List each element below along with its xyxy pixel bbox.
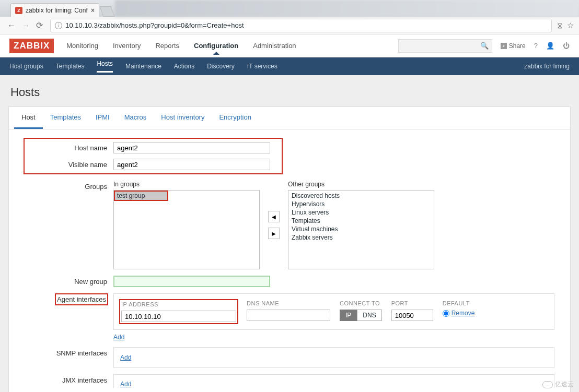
connect-ip-button[interactable]: IP — [340, 310, 357, 321]
address-bar[interactable]: i 10.10.10.3/zabbix/hosts.php?groupid=0&… — [50, 19, 552, 32]
subnav-hosts[interactable]: Hosts — [97, 60, 113, 73]
tab-templates[interactable]: Templates — [43, 107, 88, 129]
zabbix-app: ZABBIX Monitoring Inventory Reports Conf… — [0, 34, 579, 392]
share-button[interactable]: zShare — [501, 42, 526, 50]
reload-icon[interactable]: ⟳ — [36, 21, 43, 30]
sub-nav: Host groups Templates Hosts Maintenance … — [0, 57, 579, 75]
connect-dns-button[interactable]: DNS — [357, 310, 381, 321]
dns-name-input[interactable] — [247, 310, 330, 321]
new-tab-button[interactable] — [99, 6, 114, 17]
user-icon[interactable]: 👤 — [546, 42, 554, 50]
default-radio[interactable] — [443, 310, 449, 317]
power-icon[interactable]: ⏻ — [563, 42, 570, 50]
other-group-item[interactable]: Zabbix servers — [290, 233, 433, 242]
zabbix-logo: ZABBIX — [9, 39, 54, 53]
info-icon[interactable]: i — [55, 22, 62, 29]
in-groups-listbox[interactable]: test group — [113, 190, 260, 269]
bookmark-icon[interactable]: ☆ — [567, 21, 574, 30]
watermark-icon — [542, 381, 553, 388]
other-group-item[interactable]: Templates — [290, 217, 433, 225]
nav-configuration[interactable]: Configuration — [194, 42, 238, 50]
move-right-button[interactable]: ▶ — [268, 228, 280, 239]
visible-name-input[interactable] — [113, 159, 270, 170]
jmx-interfaces-label: JMX interfaces — [25, 374, 113, 384]
subnav-actions[interactable]: Actions — [174, 63, 194, 70]
subnav-templates[interactable]: Templates — [56, 63, 85, 70]
tab-title: zabbix for liming: Conf — [26, 7, 88, 14]
ip-address-label: IP ADDRESS — [121, 301, 236, 307]
nav-reports[interactable]: Reports — [155, 42, 179, 50]
port-label: PORT — [391, 300, 433, 306]
in-groups-label: In groups — [113, 181, 260, 188]
move-left-button[interactable]: ◀ — [268, 211, 280, 222]
search-input[interactable]: 🔍 — [398, 39, 492, 53]
other-groups-label: Other groups — [288, 181, 434, 188]
in-group-item[interactable]: test group — [115, 192, 167, 200]
snmp-interface-block: Add — [113, 347, 554, 368]
dns-name-label: DNS NAME — [247, 300, 330, 306]
browser-tabs: Z zabbix for liming: Conf × — [0, 0, 579, 17]
browser-tab[interactable]: Z zabbix for liming: Conf × — [10, 3, 99, 17]
other-groups-listbox[interactable]: Discovered hosts Hypervisors Linux serve… — [288, 190, 434, 269]
default-label: DEFAULT — [443, 300, 475, 306]
forward-icon[interactable]: → — [22, 21, 30, 30]
back-icon[interactable]: ← — [7, 21, 16, 30]
server-name: zabbix for liming — [524, 63, 570, 70]
other-group-item[interactable]: Virtual machines — [290, 225, 433, 233]
tab-host-inventory[interactable]: Host inventory — [154, 107, 212, 129]
add-snmp-link[interactable]: Add — [120, 354, 131, 361]
nav-inventory[interactable]: Inventory — [113, 42, 141, 50]
other-group-item[interactable]: Hypervisors — [290, 200, 433, 208]
host-name-label: Host name — [25, 142, 113, 152]
tab-host[interactable]: Host — [14, 107, 43, 129]
ip-address-input[interactable] — [121, 311, 236, 322]
nav-administration[interactable]: Administration — [253, 42, 296, 50]
zabbix-favicon: Z — [15, 7, 22, 14]
subnav-discovery[interactable]: Discovery — [207, 63, 235, 70]
nav-monitoring[interactable]: Monitoring — [66, 42, 98, 50]
port-input[interactable] — [391, 310, 433, 321]
close-icon[interactable]: × — [91, 7, 95, 14]
agent-interface-block: IP ADDRESS DNS NAME CONNECT TO IP — [113, 293, 554, 330]
help-icon[interactable]: ? — [534, 42, 538, 50]
primary-nav: Monitoring Inventory Reports Configurati… — [66, 42, 296, 50]
subnav-host-groups[interactable]: Host groups — [9, 63, 43, 70]
new-group-input[interactable] — [113, 276, 270, 287]
tab-ipmi[interactable]: IPMI — [88, 107, 117, 129]
connect-to-label: CONNECT TO — [340, 300, 382, 306]
page-title: Hosts — [10, 86, 569, 99]
agent-interfaces-label: Agent interfaces — [56, 294, 107, 304]
add-agent-link[interactable]: Add — [113, 334, 124, 341]
host-name-input[interactable] — [113, 142, 270, 153]
search-icon: 🔍 — [480, 42, 489, 50]
add-jmx-link[interactable]: Add — [120, 381, 131, 388]
visible-name-label: Visible name — [25, 159, 113, 169]
other-group-item[interactable]: Linux servers — [290, 208, 433, 217]
groups-label: Groups — [25, 181, 113, 191]
tab-macros[interactable]: Macros — [117, 107, 154, 129]
translate-icon[interactable]: ⧖ — [557, 21, 563, 30]
tab-encryption[interactable]: Encryption — [212, 107, 258, 129]
subnav-it-services[interactable]: IT services — [247, 63, 277, 70]
snmp-interfaces-label: SNMP interfaces — [25, 347, 113, 357]
other-group-item[interactable]: Discovered hosts — [290, 192, 433, 200]
host-panel: Host Templates IPMI Macros Host inventor… — [8, 106, 571, 392]
browser-toolbar: ← → ⟳ i 10.10.10.3/zabbix/hosts.php?grou… — [0, 17, 579, 34]
watermark: 亿速云 — [542, 380, 574, 389]
remove-link[interactable]: Remove — [451, 310, 475, 317]
subnav-maintenance[interactable]: Maintenance — [125, 63, 161, 70]
panel-tabs: Host Templates IPMI Macros Host inventor… — [9, 107, 570, 129]
app-header: ZABBIX Monitoring Inventory Reports Conf… — [0, 34, 579, 57]
url: 10.10.10.3/zabbix/hosts.php?groupid=0&fo… — [65, 21, 244, 29]
new-group-label: New group — [25, 276, 113, 286]
